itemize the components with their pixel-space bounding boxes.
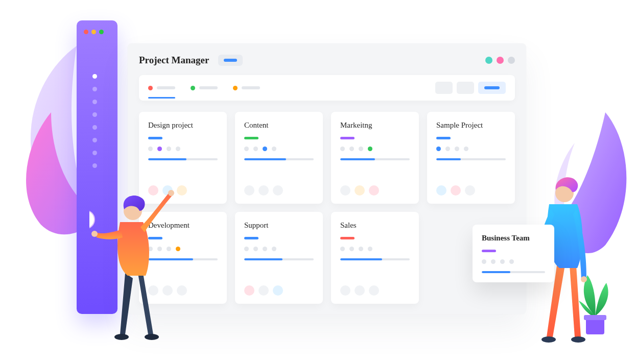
filter-actions — [435, 82, 506, 94]
filter-bar — [139, 75, 515, 101]
avatar-chip[interactable] — [355, 185, 365, 196]
member-chips — [340, 285, 410, 296]
nav-dot-icon — [92, 151, 97, 155]
avatar-chip[interactable] — [244, 285, 254, 296]
accent-bar — [148, 137, 162, 139]
avatar-chip[interactable] — [258, 185, 269, 196]
project-card[interactable]: Content — [235, 112, 323, 204]
avatar-chip[interactable] — [340, 185, 350, 196]
page-title: Project Manager — [139, 55, 209, 66]
avatar[interactable] — [485, 57, 492, 64]
status-dots — [244, 247, 314, 251]
project-card-title: Markeitng — [340, 121, 410, 130]
nav-dot-icon — [92, 138, 97, 142]
status-dots — [244, 147, 314, 151]
accent-bar — [244, 237, 258, 239]
svg-point-0 — [114, 334, 129, 340]
project-card[interactable]: Sample Project — [427, 112, 515, 204]
nav-dot-icon — [92, 163, 97, 168]
tab-label-placeholder — [242, 86, 260, 89]
status-dot-icon — [191, 86, 195, 90]
tab-label-placeholder — [157, 86, 175, 89]
sidebar-item[interactable] — [84, 134, 110, 147]
avatar-chip[interactable] — [258, 285, 269, 296]
avatar[interactable] — [508, 57, 515, 64]
sidebar-item[interactable] — [84, 83, 110, 95]
member-chips — [244, 185, 314, 196]
progress-bar — [340, 258, 410, 260]
illustration-person-pointing — [89, 171, 176, 347]
main-window: Project Manager Design projectContentMar… — [128, 43, 526, 314]
filter-tab[interactable] — [233, 78, 260, 99]
project-card-title: Design project — [148, 121, 218, 130]
floating-project-card[interactable]: Business Team — [473, 225, 554, 282]
accent-bar — [482, 250, 496, 252]
sidebar-item[interactable] — [84, 108, 110, 121]
progress-bar — [340, 158, 410, 160]
accent-bar — [340, 237, 355, 239]
avatar-chip[interactable] — [451, 185, 461, 196]
status-dots — [482, 259, 545, 264]
filter-tab[interactable] — [191, 78, 218, 99]
svg-point-3 — [91, 231, 98, 237]
progress-bar — [436, 158, 506, 160]
status-dots — [340, 147, 410, 151]
avatar-chip[interactable] — [369, 185, 379, 196]
filter-tabs — [148, 78, 260, 99]
project-card-title: Sample Project — [436, 121, 506, 130]
avatar[interactable] — [497, 57, 504, 64]
tab-label-placeholder — [199, 86, 218, 89]
avatar-chip[interactable] — [436, 185, 446, 196]
member-chips — [436, 185, 506, 196]
project-card-title: Sales — [340, 221, 410, 230]
sidebar-item[interactable] — [84, 121, 110, 134]
accent-bar — [340, 137, 355, 139]
window-close-icon[interactable] — [84, 30, 88, 34]
header-avatars — [485, 57, 515, 64]
avatar-chip[interactable] — [465, 185, 475, 196]
avatar-chip[interactable] — [244, 185, 254, 196]
avatar-chip[interactable] — [340, 285, 350, 296]
project-card-title: Content — [244, 121, 314, 130]
avatar-chip[interactable] — [355, 285, 365, 296]
svg-point-10 — [581, 276, 587, 282]
project-card-title: Support — [244, 221, 314, 230]
avatar-chip[interactable] — [177, 285, 187, 296]
filter-primary-button[interactable] — [478, 82, 506, 94]
filter-tab[interactable] — [148, 78, 175, 99]
window-zoom-icon[interactable] — [99, 30, 104, 34]
nav-dot-icon — [92, 100, 97, 104]
svg-point-2 — [168, 190, 174, 196]
progress-bar — [244, 258, 314, 260]
filter-button[interactable] — [457, 82, 474, 94]
avatar-chip[interactable] — [273, 285, 283, 296]
sidebar-item[interactable] — [84, 95, 110, 108]
filter-button[interactable] — [435, 82, 453, 94]
accent-bar — [244, 137, 258, 139]
progress-bar — [148, 158, 218, 160]
svg-point-4 — [89, 210, 95, 229]
status-dot-icon — [148, 86, 153, 90]
sidebar-item[interactable] — [84, 147, 110, 159]
svg-point-7 — [541, 336, 556, 343]
status-dots — [340, 247, 410, 251]
avatar-chip[interactable] — [369, 285, 379, 296]
project-card[interactable]: Markeitng — [331, 112, 419, 204]
status-dot-icon — [233, 86, 238, 90]
project-card[interactable]: Sales — [331, 212, 419, 304]
status-dots — [436, 147, 506, 151]
status-dots — [148, 147, 218, 151]
project-card[interactable]: Support — [235, 212, 323, 304]
window-minimize-icon[interactable] — [91, 30, 96, 34]
svg-point-8 — [571, 336, 585, 343]
avatar-chip[interactable] — [177, 185, 187, 196]
avatar-chip[interactable] — [273, 185, 283, 196]
project-card-title: Business Team — [482, 234, 545, 242]
sidebar-item[interactable] — [84, 159, 110, 172]
header-action-button[interactable] — [218, 55, 243, 66]
progress-bar — [482, 271, 545, 273]
project-grid: Design projectContentMarkeitngSample Pro… — [139, 112, 515, 304]
nav-dot-icon — [92, 74, 97, 79]
sidebar-item[interactable] — [84, 70, 110, 83]
progress-bar — [244, 158, 314, 160]
